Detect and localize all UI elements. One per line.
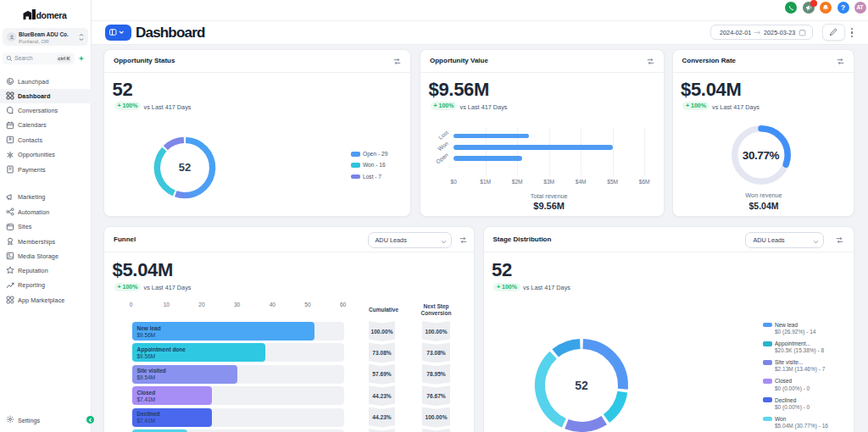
svg-text:domera: domera	[36, 10, 68, 20]
